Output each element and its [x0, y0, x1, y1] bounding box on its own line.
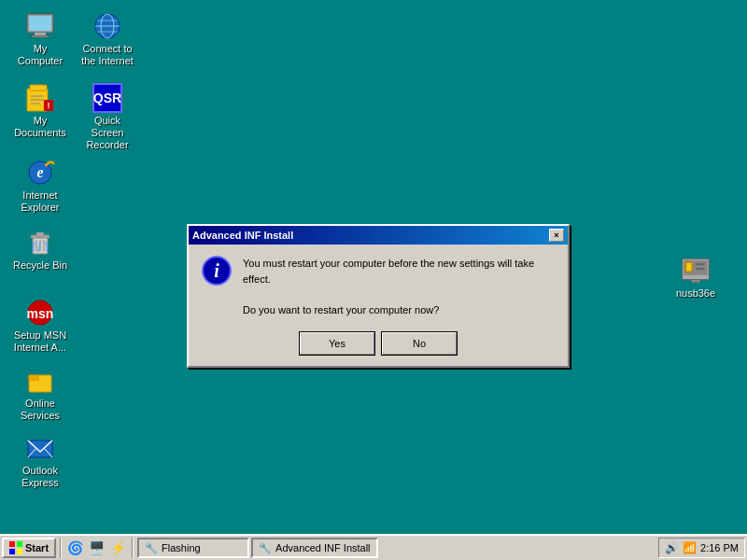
svg-text:!: ! [48, 101, 50, 110]
tray-network-icon[interactable]: 📶 [683, 541, 697, 554]
svg-rect-40 [9, 549, 15, 554]
desktop-icon-ie-label: Internet Explorer [11, 189, 69, 214]
taskbar-task-inf-icon: 🔧 [259, 542, 272, 554]
svg-rect-39 [17, 541, 22, 547]
system-tray: 🔊 📶 2:16 PM [658, 538, 745, 558]
desktop-icon-connect-internet-label: Connect to the Internet [78, 43, 136, 67]
quick-screen-recorder-icon: QSR [92, 83, 122, 113]
no-button[interactable]: No [382, 332, 457, 355]
dialog-message-line2: Do you want to restart your computer now… [243, 302, 555, 318]
desktop-icon-nusb36e-label: nusb36e [676, 287, 715, 300]
taskbar-task-flashing-icon: 🔧 [145, 542, 158, 554]
info-icon: i [202, 256, 232, 286]
desktop-icon-quick-screen-recorder[interactable]: QSR Quick Screen Recorder [75, 79, 140, 156]
svg-rect-3 [32, 35, 49, 37]
taskbar-quicklaunch-icon[interactable]: ⚡ [108, 540, 128, 555]
dialog-close-button[interactable]: × [549, 229, 564, 242]
taskbar-task-inf-label: Advanced INF Install [275, 542, 371, 553]
svg-rect-41 [17, 549, 22, 554]
desktop-icon-internet-explorer[interactable]: e Internet Explorer [7, 154, 73, 217]
dialog-message: You must restart your computer before th… [243, 256, 555, 317]
svg-rect-2 [35, 33, 46, 35]
desktop-icon-my-documents-label: My Documents [11, 115, 69, 139]
dialog-buttons: Yes No [202, 332, 555, 355]
svg-rect-10 [30, 85, 47, 91]
dialog-message-line1: You must restart your computer before th… [243, 256, 555, 287]
desktop-icon-connect-internet[interactable]: Connect to the Internet [75, 7, 140, 71]
desktop-icon-my-computer-label: My Computer [11, 43, 69, 67]
desktop: My Computer Connect to the Internet ! [0, 0, 747, 534]
nusb36e-icon [681, 256, 711, 286]
taskbar-task-flashing-label: Flashing [162, 542, 201, 553]
desktop-icon-online-services-label: Online Services [11, 398, 69, 422]
dialog-title-text: Advanced INF Install [192, 230, 293, 241]
desktop-icon-qsr-label: Quick Screen Recorder [78, 115, 136, 152]
svg-rect-36 [696, 268, 705, 270]
svg-rect-34 [686, 263, 691, 271]
online-services-icon [25, 366, 55, 396]
tray-time: 2:16 PM [700, 542, 739, 553]
desktop-icon-recycle-label: Recycle Bin [13, 259, 67, 272]
taskbar: Start 🌀 🖥️ ⚡ 🔧 Flashing 🔧 Advanced INF I… [0, 534, 747, 560]
my-computer-icon [25, 11, 55, 41]
desktop-icon-my-documents[interactable]: ! My Documents [7, 79, 73, 143]
desktop-icon-outlook-express[interactable]: Outlook Express [7, 429, 73, 493]
desktop-icon-nusb36e[interactable]: nusb36e [663, 252, 728, 303]
taskbar-divider-1 [60, 538, 62, 558]
taskbar-ie-icon[interactable]: 🌀 [65, 540, 85, 555]
dialog-title: Advanced INF Install [192, 230, 293, 241]
msn-icon: msn [25, 298, 55, 328]
windows-logo [9, 541, 22, 554]
dialog-titlebar: Advanced INF Install × [189, 226, 568, 245]
my-documents-icon: ! [25, 83, 55, 113]
start-button-label: Start [25, 542, 49, 553]
start-button[interactable]: Start [2, 538, 56, 558]
connect-internet-icon [92, 11, 122, 41]
svg-rect-35 [696, 263, 705, 265]
yes-button[interactable]: Yes [300, 332, 374, 355]
svg-rect-20 [36, 232, 44, 236]
advanced-inf-install-dialog: Advanced INF Install × i You must restar… [187, 224, 570, 368]
dialog-body: i You must restart your computer before … [189, 245, 568, 366]
desktop-icon-msn-label: Setup MSN Internet A... [11, 329, 69, 354]
recycle-bin-icon [25, 228, 55, 258]
desktop-icon-my-computer[interactable]: My Computer [7, 7, 73, 71]
svg-text:e: e [36, 164, 43, 180]
taskbar-divider-2 [132, 538, 134, 558]
svg-rect-1 [29, 16, 51, 31]
desktop-icon-setup-msn[interactable]: msn Setup MSN Internet A... [7, 294, 73, 357]
taskbar-desktop-icon[interactable]: 🖥️ [87, 540, 106, 555]
svg-text:msn: msn [27, 306, 54, 321]
desktop-icon-online-services[interactable]: Online Services [7, 362, 73, 426]
desktop-icon-recycle-bin[interactable]: Recycle Bin [7, 224, 73, 275]
dialog-content-area: i You must restart your computer before … [202, 256, 555, 317]
svg-rect-38 [9, 541, 15, 547]
svg-rect-27 [29, 375, 38, 380]
taskbar-task-flashing[interactable]: 🔧 Flashing [137, 538, 249, 558]
outlook-express-icon [25, 433, 55, 463]
tray-volume-icon[interactable]: 🔊 [665, 541, 679, 554]
taskbar-task-advanced-inf[interactable]: 🔧 Advanced INF Install [251, 538, 378, 558]
svg-rect-37 [691, 280, 700, 283]
internet-explorer-icon: e [25, 158, 55, 188]
desktop-icon-outlook-label: Outlook Express [11, 465, 69, 489]
